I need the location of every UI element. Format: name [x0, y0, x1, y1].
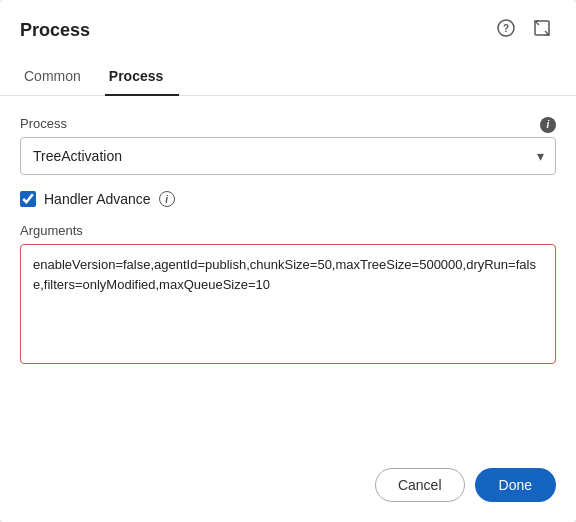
dialog-header: Process ?	[0, 0, 576, 54]
header-icons: ?	[492, 16, 556, 44]
handler-advance-row: Handler Advance i	[20, 191, 556, 207]
process-field-row: Process i TreeActivation ▾	[20, 116, 556, 175]
arguments-field-row: Arguments enableVersion=false,agentId=pu…	[20, 223, 556, 368]
help-button[interactable]: ?	[492, 16, 520, 44]
dialog-footer: Cancel Done	[0, 456, 576, 522]
tab-bar: Common Process	[0, 58, 576, 96]
process-select[interactable]: TreeActivation	[20, 137, 556, 175]
process-info-icon: i	[540, 116, 556, 133]
process-dialog: Process ?	[0, 0, 576, 522]
done-button[interactable]: Done	[475, 468, 556, 502]
process-label: Process i	[20, 116, 556, 131]
handler-advance-checkbox[interactable]	[20, 191, 36, 207]
svg-text:?: ?	[503, 23, 509, 34]
expand-icon	[533, 19, 551, 42]
info-icon: i	[540, 117, 556, 133]
cancel-button[interactable]: Cancel	[375, 468, 465, 502]
dialog-title: Process	[20, 20, 90, 41]
arguments-label: Arguments	[20, 223, 556, 238]
handler-advance-info-icon: i	[159, 191, 175, 207]
expand-button[interactable]	[528, 16, 556, 44]
dialog-body: Process i TreeActivation ▾ Handler Advan…	[0, 96, 576, 456]
help-icon: ?	[497, 19, 515, 42]
process-select-wrapper: TreeActivation ▾	[20, 137, 556, 175]
handler-advance-label: Handler Advance	[44, 191, 151, 207]
arguments-textarea[interactable]: enableVersion=false,agentId=publish,chun…	[20, 244, 556, 364]
tab-common[interactable]: Common	[20, 58, 97, 96]
tab-process[interactable]: Process	[105, 58, 179, 96]
